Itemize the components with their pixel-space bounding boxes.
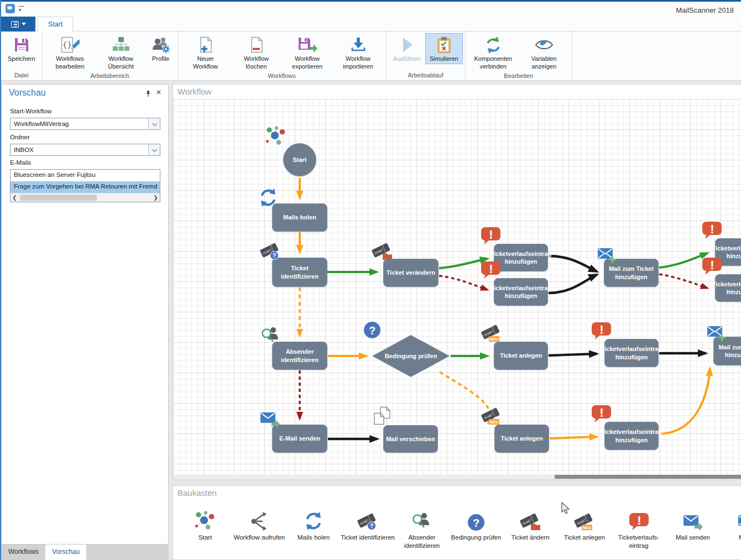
toolbox-item-mail-senden[interactable]: Mail senden xyxy=(666,507,720,550)
node-label: Ticket identifizieren xyxy=(274,264,325,280)
node-start[interactable]: Start xyxy=(283,143,316,176)
node-mail-zum-ticket-2[interactable]: Mail zum Ticket hinzufügen xyxy=(713,337,741,365)
node-tve-1[interactable]: Ticketverlaufseintrag hinzufügen xyxy=(494,244,548,271)
workflow-löschen-button[interactable]: Workflow löschen xyxy=(231,33,282,72)
node-label: Ticketverlaufseintrag hinzufügen xyxy=(601,428,662,444)
ribbon-group-label: Datei xyxy=(1,71,42,80)
scrollbar-thumb[interactable] xyxy=(555,475,741,479)
node-label: Absender identifizieren xyxy=(274,348,325,364)
variablen-anzeigen-button[interactable]: Variablen anzeigen xyxy=(519,33,570,72)
node-label: E-Mail senden xyxy=(279,435,320,442)
app-logo-icon[interactable] xyxy=(6,4,15,13)
edit-braces-icon: {} xyxy=(61,35,80,54)
node-ticket-anlegen-2[interactable]: Ticket anlegen xyxy=(494,425,549,453)
node-absender-identifizieren[interactable]: Absender identifizieren xyxy=(272,342,327,370)
branch-icon xyxy=(249,507,270,531)
pin-icon[interactable] xyxy=(145,90,152,100)
workflow-exportieren-button[interactable]: Workflow exportieren xyxy=(282,33,333,72)
tab-vorschau[interactable]: Vorschau xyxy=(45,545,86,560)
toolbox-title: Baukasten xyxy=(178,488,217,498)
ordner-select[interactable]: INBOX xyxy=(10,144,160,156)
ticket-neu-icon: TICKETNEU xyxy=(573,507,596,531)
import-icon xyxy=(350,35,367,54)
ribbon-group-datei: SpeichernDatei xyxy=(1,32,43,80)
tab-start[interactable]: Start xyxy=(38,17,73,32)
start-workflow-select[interactable]: WorkflowMitVertrag xyxy=(10,118,160,130)
email-list-hscrollbar[interactable]: ❮ ❯ xyxy=(11,193,160,202)
scroll-right-icon[interactable]: ❯ xyxy=(152,195,160,201)
svg-text:?: ? xyxy=(370,522,374,529)
baukasten-panel: Baukasten StartWorkflow aufrufenMails ho… xyxy=(173,485,741,560)
ribbon-group-label: Arbeitsablauf xyxy=(387,71,465,80)
toolbox-item-label: Mail senden xyxy=(676,533,710,542)
node-mails-holen[interactable]: Mails holen xyxy=(272,203,327,232)
svg-text:?: ? xyxy=(473,517,479,529)
toolbox-item-absender-identifizieren[interactable]: Absender identifizieren xyxy=(395,507,449,550)
button-label: Ausführen xyxy=(393,55,421,63)
email-list-item-selected[interactable]: Frage zum Vorgehen bei RMA Retouren mit … xyxy=(11,181,160,193)
neuer-workflow-button[interactable]: Neuer Workflow xyxy=(180,33,231,72)
svg-text:!: ! xyxy=(637,514,641,527)
toolbox-item-mails-holen[interactable]: Mails holen xyxy=(286,507,341,550)
ribbon-group-arbeitsbereich: {}Workflows bearbeitenWorkflow Übersicht… xyxy=(43,32,178,80)
page-plus-icon xyxy=(197,35,214,54)
svg-text:{}: {} xyxy=(62,40,72,49)
email-list-item[interactable]: Bluescreen an Server Fujitsu xyxy=(11,170,160,181)
node-tve-bottom[interactable]: Ticketverlaufseintrag hinzufügen xyxy=(604,422,659,450)
dropdown-button[interactable] xyxy=(148,144,160,155)
node-ticket-veraendern[interactable]: Ticket verändern xyxy=(383,259,439,287)
node-tve-2[interactable]: Ticketverlaufseintrag hinzufügen xyxy=(494,278,548,306)
toolbox-item-label: Start xyxy=(199,533,212,542)
node-label: Ticket anlegen xyxy=(500,435,542,442)
button-label: Workflow löschen xyxy=(236,55,278,71)
canvas-hscrollbar[interactable] xyxy=(173,474,741,479)
workflow-importieren-button[interactable]: Workflow importieren xyxy=(333,33,384,72)
ribbon-group-label: Bearbeiten xyxy=(466,72,572,81)
toolbox-item-label: Mails holen xyxy=(298,533,330,542)
toolbox-item-label: Bedingung prüfen xyxy=(451,533,502,542)
scroll-left-icon[interactable]: ❮ xyxy=(11,195,19,201)
speichern-button[interactable]: Speichern xyxy=(3,33,40,64)
ausführen-button[interactable]: Ausführen xyxy=(389,33,425,64)
question-circle-icon: ? xyxy=(467,507,485,531)
toolbox-item-ticket-anlegen[interactable]: TICKETNEUTicket anlegen xyxy=(557,507,612,550)
node-tve-mid[interactable]: Ticketverlaufseintrag hinzufügen xyxy=(604,339,659,367)
toolbox-item-ticketverlaufs-[interactable]: !Ticketverlaufs- eintrag xyxy=(612,507,666,550)
komponenten-verbinden-button[interactable]: Komponenten verbinden xyxy=(468,33,519,72)
tab-workflows[interactable]: Workflows xyxy=(2,545,45,560)
workflows-bearbeiten-button[interactable]: {}Workflows bearbeiten xyxy=(45,33,96,72)
toolbox-item-ticket-identifizieren[interactable]: TICKET?Ticket identifizieren xyxy=(341,507,395,550)
chevron-down-icon xyxy=(152,121,157,126)
bubble-exclaim-icon: ! xyxy=(629,507,649,531)
node-bedingung-pruefen[interactable]: Bedingung prüfen xyxy=(372,335,450,377)
dropdown-button[interactable] xyxy=(148,118,160,129)
toolbox-item-start[interactable]: Start xyxy=(178,507,232,550)
close-icon[interactable]: ✕ xyxy=(156,88,161,96)
node-mail-zum-ticket[interactable]: Mail zum Ticket hinzufügen xyxy=(604,259,659,287)
node-ticket-anlegen-1[interactable]: Ticket anlegen xyxy=(494,342,548,370)
node-label: Mails holen xyxy=(283,213,316,221)
toolbox-item-ticket-ändern[interactable]: TICKETTicket ändern xyxy=(503,507,557,550)
profile-button[interactable]: Profile xyxy=(147,33,175,64)
app-menu-button[interactable] xyxy=(1,17,35,32)
node-mail-verschieben[interactable]: Mail verschieben xyxy=(383,425,438,453)
start-workflow-value: WorkflowMitVertrag xyxy=(11,121,148,127)
toolbox-item-mail-a[interactable]: Mail a anh xyxy=(720,507,741,550)
scrollbar-thumb[interactable] xyxy=(20,195,97,201)
toolbox-item-workflow-aufrufen[interactable]: Workflow aufrufen xyxy=(232,507,286,550)
toolbox-item-label: Ticketverlaufs- eintrag xyxy=(618,533,659,550)
node-ticket-identifizieren[interactable]: Ticket identifizieren xyxy=(272,258,327,287)
button-label: Workflow importieren xyxy=(337,55,379,71)
toolbox-item-label: Ticket anlegen xyxy=(564,533,605,542)
node-label: Start xyxy=(293,156,306,164)
node-tve-right-2[interactable]: Ticketverlaufseintrag hinzufügen xyxy=(715,274,741,302)
chevron-down-icon xyxy=(22,23,26,25)
workflow-übersicht-button[interactable]: Workflow Übersicht xyxy=(96,33,147,72)
simulieren-button[interactable]: Simulieren xyxy=(425,33,463,64)
node-email-senden[interactable]: E-Mail senden xyxy=(272,425,327,453)
toolbox-item-bedingung-prüfen[interactable]: ?Bedingung prüfen xyxy=(449,507,503,550)
customize-toolbar-icon[interactable]: ▾ xyxy=(19,6,25,13)
vorschau-panel: Vorschau ✕ Start-Workflow WorkflowMitVer… xyxy=(1,84,169,545)
node-label: Ticket verändern xyxy=(387,269,435,276)
node-tve-right-1[interactable]: Ticketverlaufseintrag hinzufügen xyxy=(715,238,741,266)
